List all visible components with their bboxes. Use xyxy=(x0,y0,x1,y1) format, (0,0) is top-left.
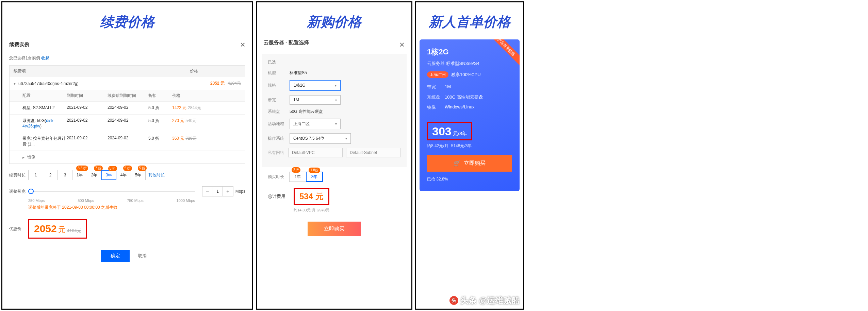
spec-val: 1M xyxy=(445,84,451,90)
chevron-down-icon: ▾ xyxy=(345,137,347,140)
spec-label: 规格 xyxy=(268,83,290,88)
chevron-right-icon: ▸ xyxy=(22,155,24,160)
price-now: 270 元 xyxy=(172,118,184,123)
bandwidth-stepper: − 1 + xyxy=(202,186,233,196)
instance-price-old: 4104元 xyxy=(228,81,241,86)
already-selected-label: 已选 xyxy=(268,59,400,65)
total-cost-value: 534 元 xyxy=(294,188,329,205)
close-icon[interactable]: × xyxy=(240,39,245,50)
duration-option-selected[interactable]: 1.8折3年 xyxy=(306,172,323,182)
location-pill: 上海/广州 xyxy=(427,71,448,78)
disk-label: 系统盘 xyxy=(268,109,290,115)
duration-option[interactable]: 3 xyxy=(58,170,72,180)
price-now: 1422 元 xyxy=(172,105,186,110)
col-renewal-item: 续费项 xyxy=(14,68,190,74)
buy-now-button[interactable]: 立即购买 xyxy=(308,222,361,236)
promo-price-number: 303 xyxy=(432,125,452,138)
after-text: 2024-09-02 xyxy=(108,136,148,147)
expire-text: 2021-09-02 xyxy=(67,105,108,111)
bandwidth-warning: 调整后的带宽将于 2021-09-03 00:00:00 之后生效 xyxy=(28,205,245,210)
spec-key: 系统盘 xyxy=(427,94,445,100)
total-cost-label: 总计费用 xyxy=(268,193,290,200)
promo-price-unit: 元/3年 xyxy=(453,131,468,137)
card-spec-title: 1核2G xyxy=(427,47,512,57)
chevron-down-icon: ▾ xyxy=(14,81,16,86)
cpu-text: 独享100%CPU xyxy=(451,72,481,78)
per-month-text: 约8.42元/月5148元/3年 xyxy=(427,143,512,149)
cancel-button[interactable]: 取消 xyxy=(131,250,153,262)
final-price-value: 2052 xyxy=(34,223,57,235)
cfg-text: 带宽: 按带宽包年包月计费 (1... xyxy=(22,136,67,147)
stepper-value[interactable]: 1 xyxy=(213,187,223,196)
config-select-heading: 云服务器 - 配置选择 xyxy=(264,39,309,50)
after-text: 2024-09-02 xyxy=(108,105,148,111)
cfg-text: 系统盘: 50G(disk-4rv26qdw) xyxy=(22,118,67,128)
image-row[interactable]: ▸ 镜像 xyxy=(10,151,245,163)
image-label: 镜像 xyxy=(27,154,35,160)
duration-option[interactable]: 8.3 折1年 xyxy=(72,170,87,180)
confirm-button[interactable]: 确定 xyxy=(101,250,130,262)
cost-subtext: 约14.83元/月2970元 xyxy=(294,208,400,213)
discount-text: 5.0 折 xyxy=(148,105,172,111)
instance-row[interactable]: ▾ u672au547du540d(ins-4imznr2g) 2052 元 4… xyxy=(10,77,245,90)
price-old: 540元 xyxy=(185,118,196,123)
config-box: 已选 机型标准型S5 规格 1核2G▾ 带宽 1M▾ 系统盘50G 高性能云硬盘… xyxy=(262,54,407,167)
cart-icon: 🛒 xyxy=(454,160,460,167)
final-price-label: 优惠价 xyxy=(9,226,28,232)
duration-option[interactable]: 2折1年 xyxy=(289,172,306,182)
discount-text: 5.0 折 xyxy=(148,136,172,147)
duration-label: 续费时长 xyxy=(9,172,28,178)
slider-thumb[interactable] xyxy=(28,189,34,194)
col-price: 价格 xyxy=(190,68,241,74)
renewal-table: 续费项 价格 ▾ u672au547du540d(ins-4imznr2g) 2… xyxy=(9,65,245,164)
spec-select[interactable]: 1核2G▾ xyxy=(290,80,341,91)
duration-option[interactable]: 5 折4年 xyxy=(116,170,131,180)
subnet-select[interactable]: Default-Subnet xyxy=(346,148,400,157)
duration-option[interactable]: 1 xyxy=(28,170,43,180)
close-icon[interactable]: × xyxy=(399,39,405,50)
watermark-icon: 头 xyxy=(449,296,458,305)
region-select[interactable]: 上海二区▾ xyxy=(290,119,341,129)
subcol-price: 价格 xyxy=(172,93,241,99)
price-now: 360 元 xyxy=(172,136,184,141)
spec-key: 镜像 xyxy=(427,104,445,110)
bandwidth-label: 调整带宽 xyxy=(9,189,28,194)
subcol-config: 配置 xyxy=(22,93,67,99)
bandwidth-select[interactable]: 1M▾ xyxy=(290,95,341,105)
os-select[interactable]: CentOS 7.5 64位▾ xyxy=(290,133,351,144)
subcol-discount: 折扣 xyxy=(148,93,172,99)
duration-option[interactable]: 2 xyxy=(43,170,58,180)
renewal-instance-heading: 续费实例 xyxy=(9,41,30,48)
slider-ticks: 250 Mbps 500 Mbps 750 Mbps 1000 Mbps xyxy=(28,198,195,203)
expire-text: 2021-09-02 xyxy=(67,136,108,147)
subcol-expire: 到期时间 xyxy=(67,93,108,99)
purchase-duration-label: 购买时长 xyxy=(268,174,290,180)
stepper-plus-button[interactable]: + xyxy=(223,187,233,196)
table-row: 系统盘: 50G(disk-4rv26qdw) 2021-09-02 2024-… xyxy=(10,114,245,132)
divider xyxy=(427,116,512,116)
duration-option-selected[interactable]: 5 折3年 xyxy=(101,170,116,180)
first-order-title: 新人首单价格 xyxy=(416,2,523,39)
collapse-link[interactable]: 收起 xyxy=(41,56,49,61)
bandwidth-slider[interactable] xyxy=(28,191,195,192)
spec-val: Windows/Linux xyxy=(445,104,474,110)
duration-option[interactable]: 5 折5年 xyxy=(131,170,146,180)
card-subtitle: 云服务器 标准型SN3ne/S4 xyxy=(427,61,512,67)
table-row: 带宽: 按带宽包年包月计费 (1... 2021-09-02 2024-09-0… xyxy=(10,132,245,151)
new-purchase-title: 新购价格 xyxy=(257,2,411,39)
buy-now-button[interactable]: 🛒 立即购买 xyxy=(427,155,512,172)
vpc-select[interactable]: Default-VPC xyxy=(288,148,343,157)
expire-text: 2021-09-02 xyxy=(67,118,108,128)
stepper-minus-button[interactable]: − xyxy=(202,187,213,196)
other-duration-link[interactable]: 其他时长 xyxy=(148,172,165,178)
duration-option[interactable]: 7 折2年 xyxy=(87,170,102,180)
spec-val: 100G 高性能云硬盘 xyxy=(445,94,483,100)
chevron-down-icon: ▾ xyxy=(335,98,337,102)
instance-price-now: 2052 元 xyxy=(210,81,225,86)
promo-price-highlight: 303 元/3年 xyxy=(427,122,472,140)
chevron-down-icon: ▾ xyxy=(335,122,337,126)
after-text: 2024-09-02 xyxy=(108,118,148,128)
region-label: 活动地域 xyxy=(268,121,290,127)
bw-label: 带宽 xyxy=(268,97,290,103)
model-value: 标准型S5 xyxy=(290,70,307,76)
